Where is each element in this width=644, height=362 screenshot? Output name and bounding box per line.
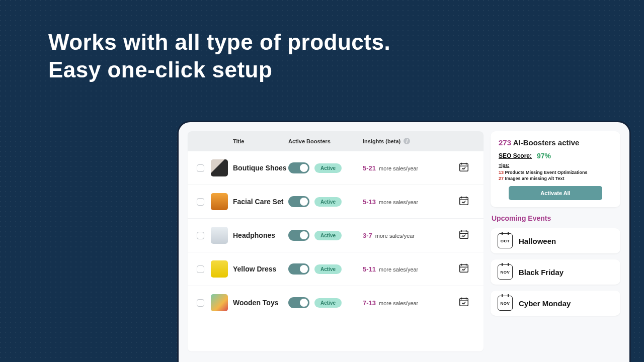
- active-badge: Active: [314, 264, 342, 274]
- product-thumbnail: [211, 159, 228, 176]
- product-thumbnail: [211, 260, 228, 278]
- boosters-count: 273: [499, 138, 511, 147]
- calendar-month-icon: NOV: [498, 264, 513, 280]
- activate-all-button[interactable]: Activate All: [509, 186, 602, 200]
- tip-line: 27 Images are missing Alt Text: [499, 176, 612, 181]
- table-header: Title Active Boosters Insights (beta) i: [188, 131, 484, 151]
- event-name: Halloween: [519, 237, 556, 245]
- booster-toggle[interactable]: [288, 297, 309, 308]
- hero-line1: Works with all type of products.: [48, 28, 390, 56]
- insight-suffix: more sales/year: [379, 199, 418, 205]
- insight-suffix: more sales/year: [379, 300, 418, 306]
- boosters-title: 273 AI-Boosters active: [499, 138, 612, 147]
- product-title: Wooden Toys: [233, 299, 278, 307]
- app-panel: Title Active Boosters Insights (beta) i …: [177, 121, 631, 362]
- product-title: Boutique Shoes: [233, 164, 287, 172]
- col-title: Title: [232, 138, 288, 144]
- insight-suffix: more sales/year: [379, 165, 418, 171]
- table-row: Yellow Dress Active 5-11 more sales/year: [188, 252, 484, 286]
- calendar-month-icon: OCT: [498, 233, 513, 248]
- row-checkbox[interactable]: [197, 198, 204, 206]
- product-title: Facial Care Set: [233, 198, 283, 206]
- table-row: Boutique Shoes Active 5-21 more sales/ye…: [188, 151, 484, 185]
- table-row: Wooden Toys Active 7-13 more sales/year: [188, 286, 484, 319]
- event-card[interactable]: NOV Cyber Monday: [491, 291, 620, 316]
- booster-toggle[interactable]: [288, 196, 309, 207]
- tip-num: 27: [499, 176, 504, 181]
- product-thumbnail: [211, 294, 228, 311]
- insight-range: 5-21: [363, 164, 376, 172]
- calendar-icon[interactable]: [458, 165, 469, 174]
- booster-toggle[interactable]: [288, 230, 309, 241]
- insight-range: 5-13: [363, 198, 376, 206]
- col-boosters: Active Boosters: [288, 138, 363, 144]
- insight-range: 5-11: [363, 265, 376, 273]
- sidebar: 273 AI-Boosters active SEO Score: 97% Ti…: [491, 131, 620, 362]
- tip-text: Products Missing Event Optimizations: [505, 170, 588, 175]
- calendar-icon[interactable]: [458, 233, 469, 241]
- table-row: Headphones Active 3-7 more sales/year: [188, 218, 484, 252]
- hero-line2: Easy one-click setup: [48, 56, 390, 83]
- event-name: Cyber Monday: [519, 299, 571, 308]
- tip-num: 13: [499, 170, 504, 175]
- active-badge: Active: [314, 197, 342, 207]
- active-badge: Active: [314, 231, 342, 240]
- booster-toggle[interactable]: [288, 162, 309, 173]
- product-thumbnail: [211, 193, 228, 210]
- product-title: Headphones: [233, 231, 275, 239]
- insight-suffix: more sales/year: [375, 233, 415, 239]
- event-card[interactable]: OCT Halloween: [491, 228, 620, 253]
- insight-range: 3-7: [363, 232, 372, 239]
- boosters-label: AI-Boosters active: [513, 138, 580, 147]
- calendar-icon[interactable]: [458, 199, 469, 208]
- active-badge: Active: [314, 298, 342, 308]
- svg-rect-3: [460, 265, 468, 273]
- hero-headline: Works with all type of products. Easy on…: [48, 28, 390, 83]
- table-row: Facial Care Set Active 5-13 more sales/y…: [188, 185, 484, 218]
- tips-label: Tips:: [499, 163, 612, 168]
- tip-line: 13 Products Missing Event Optimizations: [499, 170, 612, 175]
- insight-suffix: more sales/year: [379, 266, 418, 273]
- seo-score-value: 97%: [537, 152, 551, 160]
- boosters-card: 273 AI-Boosters active SEO Score: 97% Ti…: [491, 131, 620, 207]
- row-checkbox[interactable]: [197, 164, 204, 172]
- event-card[interactable]: NOV Black Friday: [491, 259, 620, 285]
- tip-text: Images are missing Alt Text: [505, 176, 565, 181]
- row-checkbox[interactable]: [197, 232, 204, 239]
- calendar-icon[interactable]: [458, 300, 469, 309]
- booster-toggle[interactable]: [288, 263, 309, 275]
- row-checkbox[interactable]: [197, 265, 204, 273]
- info-icon[interactable]: i: [404, 138, 410, 144]
- svg-rect-4: [460, 299, 468, 306]
- calendar-icon[interactable]: [458, 266, 469, 275]
- product-thumbnail: [211, 227, 228, 244]
- svg-rect-1: [460, 198, 468, 205]
- active-badge: Active: [314, 163, 342, 173]
- upcoming-events-title: Upcoming Events: [492, 214, 620, 222]
- seo-score-label: SEO Score:: [499, 152, 532, 159]
- product-table: Title Active Boosters Insights (beta) i …: [188, 131, 484, 351]
- svg-rect-2: [460, 231, 468, 239]
- insight-range: 7-13: [363, 299, 376, 307]
- product-title: Yellow Dress: [233, 265, 276, 273]
- row-checkbox[interactable]: [197, 299, 204, 307]
- col-insights: Insights (beta): [363, 138, 400, 144]
- svg-rect-0: [460, 164, 468, 171]
- calendar-month-icon: NOV: [498, 296, 513, 311]
- event-name: Black Friday: [519, 268, 564, 277]
